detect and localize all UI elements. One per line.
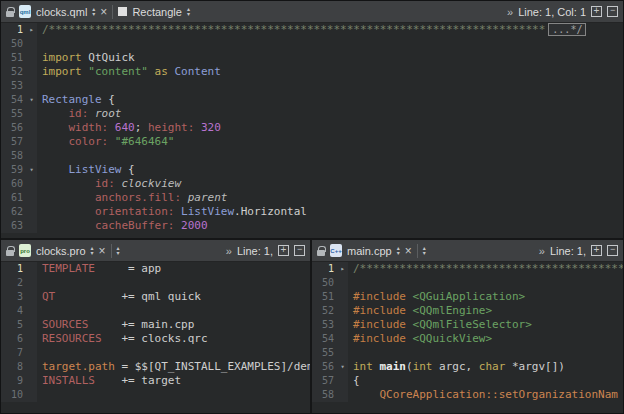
code-line[interactable]: 4 — [1, 304, 310, 318]
line-number[interactable]: 53 — [312, 318, 337, 332]
code-line[interactable]: 52#include <QQmlEngine> — [312, 304, 623, 318]
code-editor[interactable]: 1▸/*************************************… — [1, 23, 623, 238]
line-number[interactable]: 63 — [1, 219, 26, 233]
close-document-button[interactable]: × — [100, 6, 107, 18]
split-editor-button[interactable] — [591, 245, 602, 256]
lock-icon[interactable] — [6, 11, 14, 17]
cursor-position-indicator[interactable]: Line: 1, — [237, 245, 273, 257]
code-line[interactable]: 51import QtQuick — [1, 51, 623, 65]
line-number[interactable]: 54 — [312, 332, 337, 346]
line-number[interactable]: 3 — [1, 290, 26, 304]
line-number[interactable]: 55 — [1, 107, 26, 121]
lock-icon[interactable] — [317, 250, 325, 256]
document-selector-icon[interactable]: ▴▾ — [397, 246, 400, 256]
line-number[interactable]: 62 — [1, 205, 26, 219]
line-number[interactable]: 57 — [1, 135, 26, 149]
line-number[interactable]: 8 — [1, 360, 26, 374]
line-number[interactable]: 56 — [312, 360, 337, 374]
line-number[interactable]: 61 — [1, 191, 26, 205]
line-number[interactable]: 57 — [312, 374, 337, 388]
line-number[interactable]: 50 — [312, 276, 337, 290]
line-number[interactable]: 6 — [1, 332, 26, 346]
code-line[interactable]: 57 color: "#646464" — [1, 135, 623, 149]
code-line[interactable]: 1▸/*************************************… — [312, 262, 623, 276]
line-number[interactable]: 51 — [1, 51, 26, 65]
code-line[interactable]: 53#include <QQmlFileSelector> — [312, 318, 623, 332]
line-number[interactable]: 56 — [1, 121, 26, 135]
code-line[interactable]: 52import "content" as Content — [1, 65, 623, 79]
line-number[interactable]: 51 — [312, 290, 337, 304]
code-editor[interactable]: 1▸/*************************************… — [312, 262, 623, 413]
code-line[interactable]: 58 QCoreApplication::setOrganizationNam — [312, 388, 623, 402]
line-number[interactable]: 7 — [1, 346, 26, 360]
line-number[interactable]: 9 — [1, 374, 26, 388]
code-line[interactable]: 56 width: 640; height: 320 — [1, 121, 623, 135]
open-document-name[interactable]: main.cpp — [347, 245, 392, 257]
code-line[interactable]: 3QT += qml quick — [1, 290, 310, 304]
document-selector-icon[interactable]: ▴▾ — [91, 246, 94, 256]
fold-marker-icon[interactable]: ▸ — [26, 23, 37, 37]
code-line[interactable]: 60 id: clockview — [1, 177, 623, 191]
open-document-name[interactable]: clocks.qml — [36, 6, 87, 18]
symbol-selector-icon[interactable]: ▴▾ — [117, 246, 120, 256]
line-number[interactable]: 54 — [1, 93, 26, 107]
line-number[interactable]: 59 — [1, 163, 26, 177]
line-number[interactable]: 4 — [1, 304, 26, 318]
symbol-selector-icon[interactable]: ▴▾ — [423, 246, 426, 256]
code-line[interactable]: 2 — [1, 276, 310, 290]
code-line[interactable]: 9INSTALLS += target — [1, 374, 310, 388]
code-line[interactable]: 55 id: root — [1, 107, 623, 121]
code-line[interactable]: 63 cacheBuffer: 2000 — [1, 219, 623, 233]
line-number[interactable]: 55 — [312, 346, 337, 360]
code-line[interactable]: 7 — [1, 346, 310, 360]
code-line[interactable]: 55 — [312, 346, 623, 360]
fold-marker-icon[interactable]: ▾ — [26, 163, 37, 177]
line-number[interactable]: 58 — [1, 149, 26, 163]
line-number[interactable]: 1 — [312, 262, 337, 276]
fold-marker-icon[interactable]: ▾ — [26, 93, 37, 107]
close-document-button[interactable]: × — [405, 245, 412, 257]
open-document-name[interactable]: clocks.pro — [36, 245, 86, 257]
code-line[interactable]: 6RESOURCES += clocks.qrc — [1, 332, 310, 346]
code-editor[interactable]: 1TEMPLATE = app23QT += qml quick45SOURCE… — [1, 262, 310, 413]
code-line[interactable]: 58 — [1, 149, 623, 163]
symbol-selector-icon[interactable]: ▴▾ — [187, 7, 190, 17]
line-number[interactable]: 52 — [1, 65, 26, 79]
cursor-position-indicator[interactable]: Line: 1, Col: 1 — [518, 6, 586, 18]
code-line[interactable]: 56▾int main(int argc, char *argv[]) — [312, 360, 623, 374]
line-number[interactable]: 5 — [1, 318, 26, 332]
code-line[interactable]: 50 — [312, 276, 623, 290]
split-editor-button[interactable] — [591, 6, 602, 17]
code-line[interactable]: 10 — [1, 388, 310, 402]
code-line[interactable]: 59▾ ListView { — [1, 163, 623, 177]
close-split-button[interactable] — [294, 245, 305, 256]
line-number[interactable]: 2 — [1, 276, 26, 290]
code-line[interactable]: 8target.path = $$[QT_INSTALL_EXAMPLES]/d… — [1, 360, 310, 374]
code-line[interactable]: 54#include <QQuickView> — [312, 332, 623, 346]
code-line[interactable]: 5SOURCES += main.cpp — [1, 318, 310, 332]
overflow-chevron-icon[interactable]: » — [226, 245, 232, 257]
line-number[interactable]: 10 — [1, 388, 26, 402]
code-line[interactable]: 1TEMPLATE = app — [1, 262, 310, 276]
lock-icon[interactable] — [6, 250, 14, 256]
code-line[interactable]: 1▸/*************************************… — [1, 23, 623, 37]
fold-marker-icon[interactable]: ▾ — [337, 360, 348, 374]
document-selector-icon[interactable]: ▴▾ — [92, 7, 95, 17]
code-line[interactable]: 51#include <QGuiApplication> — [312, 290, 623, 304]
line-number[interactable]: 1 — [1, 23, 26, 37]
close-split-button[interactable] — [607, 6, 618, 17]
overflow-chevron-icon[interactable]: » — [507, 6, 513, 18]
code-line[interactable]: 54▾Rectangle { — [1, 93, 623, 107]
line-number[interactable]: 50 — [1, 37, 26, 51]
code-line[interactable]: 62 orientation: ListView.Horizontal — [1, 205, 623, 219]
overflow-chevron-icon[interactable]: » — [539, 245, 545, 257]
symbol-selector[interactable]: Rectangle — [132, 6, 182, 18]
line-number[interactable]: 53 — [1, 79, 26, 93]
line-number[interactable]: 58 — [312, 388, 337, 402]
line-number[interactable]: 1 — [1, 262, 26, 276]
split-editor-button[interactable] — [278, 245, 289, 256]
code-line[interactable]: 57{ — [312, 374, 623, 388]
close-document-button[interactable]: × — [99, 245, 106, 257]
fold-marker-icon[interactable]: ▸ — [337, 262, 348, 276]
close-split-button[interactable] — [607, 245, 618, 256]
